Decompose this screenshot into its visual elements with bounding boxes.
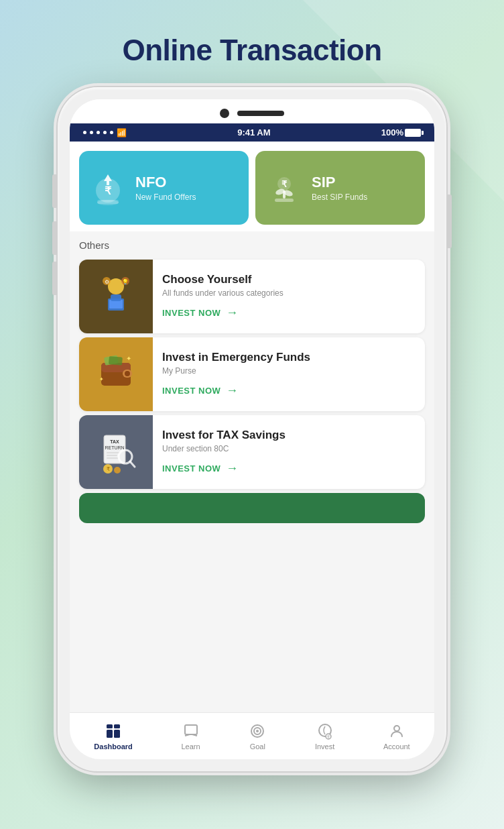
- emergency-funds-image: ✦ ✦: [79, 337, 153, 411]
- status-time: 9:41 AM: [237, 127, 270, 137]
- dashboard-icon: [105, 722, 122, 740]
- nav-goal[interactable]: Goal: [249, 722, 266, 751]
- invest-now-label: INVEST NOW: [162, 386, 220, 396]
- nfo-subtitle: New Fund Offers: [135, 192, 196, 202]
- nfo-icon: ₹: [88, 168, 127, 207]
- signal-dot: [83, 131, 86, 134]
- item-desc: Under section 80C: [162, 444, 416, 453]
- svg-text:TAX: TAX: [110, 439, 119, 444]
- phone-screen: 📶 9:41 AM 100% ₹: [70, 99, 434, 759]
- nfo-card-text: NFO New Fund Offers: [135, 174, 196, 202]
- nav-invest[interactable]: ₹ Invest: [315, 722, 334, 751]
- battery-icon: [405, 129, 421, 137]
- nav-account-label: Account: [383, 742, 410, 751]
- nav-dashboard[interactable]: Dashboard: [94, 722, 132, 751]
- svg-rect-41: [107, 730, 113, 738]
- invest-icon: ₹: [316, 722, 334, 740]
- others-section: Others: [70, 231, 434, 256]
- sip-subtitle: Best SIP Funds: [312, 192, 367, 202]
- account-icon: [388, 722, 405, 740]
- nfo-title: NFO: [135, 174, 196, 191]
- tax-savings-content: Invest for TAX Savings Under section 80C…: [153, 415, 425, 489]
- front-camera: [220, 109, 229, 118]
- svg-rect-10: [275, 199, 294, 202]
- partial-list-item: [79, 493, 425, 523]
- item-title: Choose Yourself: [162, 273, 416, 286]
- emergency-funds-content: Invest in Emergency Funds My Purse INVES…: [153, 337, 425, 411]
- svg-rect-39: [107, 724, 113, 728]
- invest-now-button-1[interactable]: INVEST NOW →: [162, 306, 416, 320]
- choose-yourself-image: ⚙ 💡: [79, 260, 153, 333]
- svg-text:✦: ✦: [126, 355, 131, 362]
- invest-now-label: INVEST NOW: [162, 463, 220, 474]
- signal-dot: [90, 131, 93, 134]
- svg-text:₹: ₹: [105, 185, 112, 197]
- page-title: Online Transaction: [122, 34, 381, 67]
- svg-text:₹: ₹: [107, 466, 110, 472]
- nav-learn[interactable]: Learn: [181, 722, 200, 751]
- nfo-card[interactable]: ₹ NFO New Fund Offers: [79, 151, 249, 225]
- arrow-icon: →: [226, 461, 239, 476]
- sip-card[interactable]: ₹ SIP Best SIP Funds: [255, 151, 425, 225]
- learn-icon: [182, 722, 200, 740]
- svg-rect-42: [114, 730, 120, 738]
- list-item[interactable]: TAX RETURN ₹: [79, 415, 425, 489]
- speaker: [237, 111, 284, 116]
- nav-invest-label: Invest: [315, 742, 334, 751]
- item-desc: All funds under various categories: [162, 288, 416, 298]
- svg-point-48: [256, 730, 259, 732]
- bottom-navigation: Dashboard Learn: [70, 712, 434, 759]
- goal-icon: [249, 722, 266, 740]
- item-title: Invest for TAX Savings: [162, 429, 416, 442]
- phone-top-notch: [70, 99, 434, 123]
- svg-text:RETURN: RETURN: [105, 445, 124, 450]
- signal-area: 📶: [83, 128, 127, 137]
- svg-text:✦: ✦: [99, 376, 104, 382]
- invest-now-button-2[interactable]: INVEST NOW →: [162, 384, 416, 398]
- signal-dot: [103, 131, 107, 134]
- list-item[interactable]: ⚙ 💡 Choose Yourself All funds under vari…: [79, 260, 425, 333]
- svg-rect-33: [107, 457, 119, 459]
- item-title: Invest in Emergency Funds: [162, 351, 416, 364]
- svg-rect-40: [114, 724, 120, 728]
- sip-icon: ₹: [265, 168, 304, 207]
- svg-point-38: [114, 467, 121, 474]
- svg-line-35: [130, 461, 135, 467]
- svg-rect-31: [107, 452, 120, 453]
- nav-goal-label: Goal: [250, 742, 265, 751]
- svg-rect-18: [111, 294, 121, 301]
- nav-dashboard-label: Dashboard: [94, 742, 132, 751]
- svg-rect-24: [109, 356, 123, 366]
- svg-point-51: [394, 726, 399, 731]
- svg-rect-43: [185, 725, 197, 734]
- nav-learn-label: Learn: [181, 742, 200, 751]
- svg-rect-3: [97, 200, 119, 204]
- signal-dot: [110, 131, 113, 134]
- list-item[interactable]: ✦ ✦ Invest in Emergency Funds My Purse I…: [79, 337, 425, 411]
- svg-text:₹: ₹: [281, 179, 288, 189]
- arrow-icon: →: [226, 384, 239, 398]
- invest-now-button-3[interactable]: INVEST NOW →: [162, 461, 416, 476]
- wifi-icon: 📶: [117, 128, 127, 137]
- sip-title: SIP: [312, 174, 367, 191]
- signal-dot: [97, 131, 100, 134]
- battery-area: 100%: [381, 127, 421, 137]
- battery-percent: 100%: [381, 127, 403, 137]
- others-label: Others: [79, 239, 109, 251]
- svg-text:⚙: ⚙: [105, 279, 109, 285]
- main-content: ₹ NFO New Fund Offers: [70, 142, 434, 759]
- invest-now-label: INVEST NOW: [162, 308, 220, 318]
- status-bar: 📶 9:41 AM 100%: [70, 123, 434, 142]
- arrow-icon: →: [226, 306, 239, 320]
- top-cards-row: ₹ NFO New Fund Offers: [70, 142, 434, 231]
- nav-account[interactable]: Account: [383, 722, 410, 751]
- sip-card-text: SIP Best SIP Funds: [312, 174, 367, 202]
- svg-point-22: [125, 371, 130, 376]
- svg-text:💡: 💡: [122, 278, 129, 285]
- phone-frame: 📶 9:41 AM 100% ₹: [58, 87, 446, 771]
- choose-yourself-content: Choose Yourself All funds under various …: [153, 260, 425, 333]
- tax-savings-image: TAX RETURN ₹: [79, 415, 153, 489]
- svg-text:₹: ₹: [327, 735, 330, 739]
- item-desc: My Purse: [162, 366, 416, 376]
- svg-rect-32: [107, 455, 117, 456]
